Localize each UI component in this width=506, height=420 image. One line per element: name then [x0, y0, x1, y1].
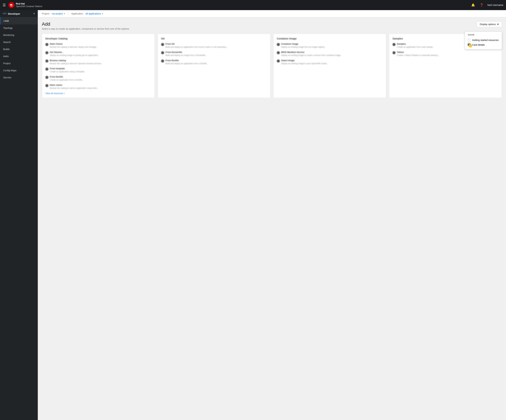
card-developer-catalog: Developer Catalog Helm Charts Browse the…: [42, 33, 155, 98]
card-item-content: From Dockerfile Build and deploy an imag…: [166, 51, 207, 57]
card-git: Git From Git Build and deploy an applica…: [158, 33, 271, 98]
card-item-content: Select Image Deploy an existing Image to…: [281, 59, 328, 65]
help-button[interactable]: ❓: [479, 2, 484, 7]
card-item: Container Image Deploy an existing image…: [277, 43, 383, 49]
display-options-container: Display options ▼ Show Getting started r…: [477, 21, 502, 27]
card-item-icon: [45, 76, 48, 79]
project-label: Project:: [42, 12, 50, 15]
sidebar-item-helm[interactable]: Helm: [0, 53, 38, 60]
project-selector[interactable]: Project: my-project ▼: [42, 12, 65, 15]
card-title: Developer Catalog: [45, 37, 151, 40]
card-item: Helm Charts Browse the catalog to discov…: [45, 43, 151, 49]
card-item-icon: [277, 51, 280, 54]
card-item: From Dockerfile Build and deploy an imag…: [161, 51, 267, 57]
card-item-icon: [277, 59, 280, 63]
card-item: Browse catalog Browse the catalog to dis…: [45, 59, 151, 65]
brand-bottom: OpenShift Container Platform: [16, 5, 42, 7]
sidebar-item-monitoring[interactable]: Monitoring: [0, 32, 38, 39]
card-details-checkbox[interactable]: ✓: [468, 44, 470, 46]
card-item: Tekton Create a Tekton Pipeline to autom…: [393, 51, 498, 57]
layout: </> Developer ▼ +Add Topology Monitoring…: [0, 10, 506, 420]
page-header: Add Select a way to create an applicatio…: [42, 21, 502, 30]
card-item-content: Get Started... Deploy an existing image …: [50, 51, 100, 57]
card-item-content: Container Image Deploy an existing image…: [281, 43, 326, 49]
card-footer[interactable]: View all resources >: [45, 92, 151, 95]
app-value: all applications: [86, 12, 101, 15]
project-value: my-project: [52, 12, 63, 15]
card-item-content: Tekton Create a Tekton Pipeline to autom…: [397, 51, 439, 57]
notification-button[interactable]: 🔔: [471, 2, 476, 7]
card-item-icon: [161, 51, 164, 54]
perspective-arrow-icon: ▼: [33, 13, 35, 15]
sidebar-item-search[interactable]: Search: [0, 39, 38, 46]
topbar: Project: my-project ▼ | Application: all…: [38, 10, 506, 17]
card-item-icon: [45, 59, 48, 63]
user-menu[interactable]: Ned Username: [487, 4, 503, 7]
card-item-icon: [161, 43, 164, 46]
card-item-icon: [45, 84, 48, 87]
card-details-option[interactable]: ✓ Card details: [468, 42, 499, 47]
card-item: From template Create an application usin…: [45, 67, 151, 73]
card-details-label: Card details: [472, 44, 485, 46]
card-container-image: Container Image Container Image Deploy a…: [273, 33, 386, 98]
sidebar-item-add[interactable]: +Add: [0, 17, 38, 24]
card-item-icon: [393, 51, 396, 54]
card-item: From Devfile Create an application from …: [45, 76, 151, 81]
card-item: Helm charts Browse the catalog to add an…: [45, 84, 151, 90]
brand-text: Red Hat OpenShift Container Platform: [16, 2, 42, 7]
card-item-content: From Devfile Create an application from …: [50, 76, 84, 81]
card-item: Get Started... Deploy an existing image …: [45, 51, 151, 57]
getting-started-checkbox[interactable]: [468, 39, 470, 41]
card-item-content: Samples Create an application from code …: [397, 43, 434, 49]
card-item-icon: [393, 43, 396, 46]
sidebar: </> Developer ▼ +Add Topology Monitoring…: [0, 10, 38, 420]
getting-started-option[interactable]: Getting started resources: [468, 38, 499, 42]
display-options-chevron-icon: ▼: [497, 23, 499, 26]
card-item-icon: [45, 51, 48, 54]
card-item: From Devfile Build and deploy an applica…: [161, 59, 267, 65]
app-selector[interactable]: Application: all applications ▼: [71, 12, 103, 15]
card-item-content: Browse catalog Browse the catalog to dis…: [50, 59, 103, 65]
card-title: Container Image: [277, 37, 383, 40]
sidebar-item-topology[interactable]: Topology: [0, 24, 38, 32]
card-item: Select Image Deploy an existing Image to…: [277, 59, 383, 65]
dropdown-show-label: Show: [468, 34, 499, 36]
card-item-icon: [277, 43, 280, 46]
brand-top: Red Hat: [16, 2, 42, 5]
page-subtitle: Select a way to create an application, c…: [42, 27, 130, 30]
brand: Red Hat OpenShift Container Platform: [8, 2, 471, 8]
card-item-content: BIOS Manifest Service Deploy an existing…: [281, 51, 342, 57]
topbar-divider: |: [68, 12, 69, 15]
sidebar-item-configmaps[interactable]: Config Maps: [0, 67, 38, 74]
cards-grid: Developer Catalog Helm Charts Browse the…: [42, 33, 502, 98]
hamburger-button[interactable]: ☰: [3, 3, 6, 7]
app-label: Application:: [71, 12, 83, 15]
card-item-icon: [45, 43, 48, 46]
card-item-icon: [161, 59, 164, 63]
navbar-actions: 🔔 ❓ Ned Username: [471, 2, 503, 7]
perspective-switcher[interactable]: </> Developer ▼: [0, 10, 38, 17]
card-item-content: From Devfile Build and deploy an applica…: [166, 59, 208, 65]
display-options-button[interactable]: Display options ▼: [477, 21, 502, 27]
sidebar-item-secrets[interactable]: Secrets: [0, 74, 38, 81]
sidebar-item-builds[interactable]: Builds: [0, 46, 38, 53]
main-content: Project: my-project ▼ | Application: all…: [38, 10, 506, 420]
display-options-dropdown: Show Getting started resources ✓ Card de…: [465, 32, 502, 49]
card-item-content: From template Create an application usin…: [50, 67, 86, 73]
page-body: Add Select a way to create an applicatio…: [38, 17, 506, 420]
card-item: From Git Build and deploy an application…: [161, 43, 267, 49]
perspective-label: Developer: [8, 12, 33, 15]
navbar: ☰ Red Hat OpenShift Container Platform 🔔…: [0, 0, 506, 10]
page-title: Add: [42, 21, 130, 27]
perspective-icon: </>: [3, 12, 7, 15]
card-item: BIOS Manifest Service Deploy an existing…: [277, 51, 383, 57]
card-item-content: From Git Build and deploy an application…: [166, 43, 228, 49]
display-options-label: Display options: [480, 23, 496, 26]
redhat-logo: [8, 2, 14, 8]
card-item-content: Helm Charts Browse the catalog to discov…: [50, 43, 98, 49]
sidebar-item-project[interactable]: Project: [0, 60, 38, 67]
project-dropdown-icon: ▼: [64, 13, 65, 15]
app-dropdown-icon: ▼: [102, 13, 103, 15]
getting-started-label: Getting started resources: [472, 39, 499, 41]
page-header-text: Add Select a way to create an applicatio…: [42, 21, 130, 30]
